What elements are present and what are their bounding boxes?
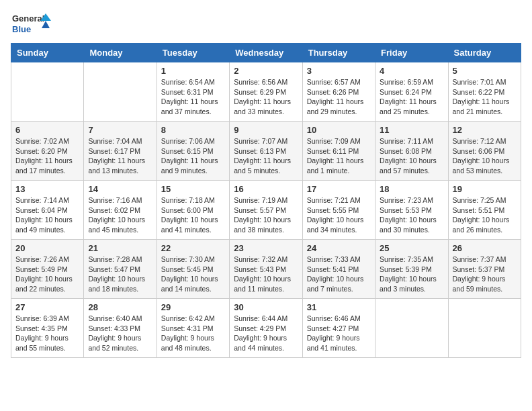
day-number: 30 — [234, 302, 298, 312]
header: General Blue — [11, 11, 521, 38]
day-info: Sunrise: 7:33 AM Sunset: 5:41 PM Dayligh… — [307, 255, 371, 294]
weekday-header-row: SundayMondayTuesdayWednesdayThursdayFrid… — [11, 44, 521, 62]
day-number: 24 — [307, 243, 371, 253]
day-info: Sunrise: 7:14 AM Sunset: 6:04 PM Dayligh… — [15, 195, 79, 235]
day-info: Sunrise: 7:04 AM Sunset: 6:17 PM Dayligh… — [88, 136, 152, 176]
calendar-cell — [375, 299, 448, 358]
day-number: 31 — [307, 302, 371, 312]
calendar-cell: 24Sunrise: 7:33 AM Sunset: 5:41 PM Dayli… — [302, 240, 375, 299]
calendar-cell: 9Sunrise: 7:07 AM Sunset: 6:13 PM Daylig… — [230, 122, 302, 181]
calendar-cell: 19Sunrise: 7:25 AM Sunset: 5:51 PM Dayli… — [448, 181, 521, 240]
day-info: Sunrise: 7:19 AM Sunset: 5:57 PM Dayligh… — [234, 195, 298, 235]
calendar-cell: 3Sunrise: 6:57 AM Sunset: 6:26 PM Daylig… — [302, 62, 375, 122]
calendar-cell: 12Sunrise: 7:12 AM Sunset: 6:06 PM Dayli… — [448, 122, 521, 181]
weekday-header-monday: Monday — [84, 44, 157, 62]
day-info: Sunrise: 6:59 AM Sunset: 6:24 PM Dayligh… — [380, 77, 443, 117]
calendar-cell: 6Sunrise: 7:02 AM Sunset: 6:20 PM Daylig… — [11, 122, 84, 181]
week-row-3: 13Sunrise: 7:14 AM Sunset: 6:04 PM Dayli… — [11, 181, 521, 240]
day-info: Sunrise: 6:39 AM Sunset: 4:35 PM Dayligh… — [15, 314, 79, 353]
calendar-cell: 14Sunrise: 7:16 AM Sunset: 6:02 PM Dayli… — [84, 181, 157, 240]
day-info: Sunrise: 7:35 AM Sunset: 5:39 PM Dayligh… — [380, 255, 443, 294]
calendar-cell: 27Sunrise: 6:39 AM Sunset: 4:35 PM Dayli… — [11, 299, 84, 358]
calendar-cell: 10Sunrise: 7:09 AM Sunset: 6:11 PM Dayli… — [302, 122, 375, 181]
weekday-header-friday: Friday — [375, 44, 448, 62]
day-info: Sunrise: 7:28 AM Sunset: 5:47 PM Dayligh… — [88, 255, 152, 294]
day-number: 13 — [15, 184, 79, 194]
day-number: 15 — [161, 184, 225, 194]
day-number: 20 — [15, 243, 79, 253]
calendar-table: SundayMondayTuesdayWednesdayThursdayFrid… — [11, 43, 521, 358]
weekday-header-thursday: Thursday — [302, 44, 375, 62]
day-info: Sunrise: 7:26 AM Sunset: 5:49 PM Dayligh… — [15, 255, 79, 294]
calendar-cell: 4Sunrise: 6:59 AM Sunset: 6:24 PM Daylig… — [375, 62, 448, 122]
calendar-cell: 16Sunrise: 7:19 AM Sunset: 5:57 PM Dayli… — [230, 181, 302, 240]
day-info: Sunrise: 7:18 AM Sunset: 6:00 PM Dayligh… — [161, 195, 225, 235]
day-info: Sunrise: 7:07 AM Sunset: 6:13 PM Dayligh… — [234, 136, 298, 176]
calendar-cell: 21Sunrise: 7:28 AM Sunset: 5:47 PM Dayli… — [84, 240, 157, 299]
calendar-cell: 15Sunrise: 7:18 AM Sunset: 6:00 PM Dayli… — [157, 181, 229, 240]
day-info: Sunrise: 7:02 AM Sunset: 6:20 PM Dayligh… — [15, 136, 79, 176]
calendar-cell: 22Sunrise: 7:30 AM Sunset: 5:45 PM Dayli… — [157, 240, 229, 299]
weekday-header-saturday: Saturday — [448, 44, 521, 62]
day-info: Sunrise: 6:46 AM Sunset: 4:27 PM Dayligh… — [307, 314, 371, 353]
calendar-cell: 31Sunrise: 6:46 AM Sunset: 4:27 PM Dayli… — [302, 299, 375, 358]
day-info: Sunrise: 7:12 AM Sunset: 6:06 PM Dayligh… — [453, 136, 517, 176]
day-info: Sunrise: 7:21 AM Sunset: 5:55 PM Dayligh… — [307, 195, 371, 235]
day-number: 2 — [234, 66, 298, 76]
week-row-1: 1Sunrise: 6:54 AM Sunset: 6:31 PM Daylig… — [11, 62, 521, 122]
day-info: Sunrise: 6:40 AM Sunset: 4:33 PM Dayligh… — [88, 314, 152, 353]
calendar-cell: 30Sunrise: 6:44 AM Sunset: 4:29 PM Dayli… — [230, 299, 302, 358]
day-info: Sunrise: 7:16 AM Sunset: 6:02 PM Dayligh… — [88, 195, 152, 235]
calendar-cell: 13Sunrise: 7:14 AM Sunset: 6:04 PM Dayli… — [11, 181, 84, 240]
day-number: 10 — [307, 125, 371, 135]
day-info: Sunrise: 7:23 AM Sunset: 5:53 PM Dayligh… — [380, 195, 443, 235]
day-number: 29 — [161, 302, 225, 312]
calendar-cell: 17Sunrise: 7:21 AM Sunset: 5:55 PM Dayli… — [302, 181, 375, 240]
calendar-cell: 7Sunrise: 7:04 AM Sunset: 6:17 PM Daylig… — [84, 122, 157, 181]
calendar-cell: 26Sunrise: 7:37 AM Sunset: 5:37 PM Dayli… — [448, 240, 521, 299]
calendar-cell: 28Sunrise: 6:40 AM Sunset: 4:33 PM Dayli… — [84, 299, 157, 358]
day-info: Sunrise: 6:54 AM Sunset: 6:31 PM Dayligh… — [161, 77, 225, 117]
calendar-cell: 1Sunrise: 6:54 AM Sunset: 6:31 PM Daylig… — [157, 62, 229, 122]
calendar-cell: 23Sunrise: 7:32 AM Sunset: 5:43 PM Dayli… — [230, 240, 302, 299]
day-number: 7 — [88, 125, 152, 135]
day-number: 25 — [380, 243, 443, 253]
day-number: 9 — [234, 125, 298, 135]
day-number: 21 — [88, 243, 152, 253]
day-info: Sunrise: 7:11 AM Sunset: 6:08 PM Dayligh… — [380, 136, 443, 176]
day-info: Sunrise: 6:56 AM Sunset: 6:29 PM Dayligh… — [234, 77, 298, 117]
day-number: 11 — [380, 125, 443, 135]
day-info: Sunrise: 7:30 AM Sunset: 5:45 PM Dayligh… — [161, 255, 225, 294]
calendar-cell: 20Sunrise: 7:26 AM Sunset: 5:49 PM Dayli… — [11, 240, 84, 299]
day-number: 6 — [15, 125, 79, 135]
calendar-cell: 11Sunrise: 7:11 AM Sunset: 6:08 PM Dayli… — [375, 122, 448, 181]
day-info: Sunrise: 6:57 AM Sunset: 6:26 PM Dayligh… — [307, 77, 371, 117]
calendar-cell: 5Sunrise: 7:01 AM Sunset: 6:22 PM Daylig… — [448, 62, 521, 122]
day-info: Sunrise: 6:44 AM Sunset: 4:29 PM Dayligh… — [234, 314, 298, 353]
day-info: Sunrise: 7:01 AM Sunset: 6:22 PM Dayligh… — [453, 77, 517, 117]
svg-text:General: General — [12, 13, 44, 24]
day-number: 19 — [453, 184, 517, 194]
weekday-header-wednesday: Wednesday — [230, 44, 302, 62]
weekday-header-sunday: Sunday — [11, 44, 84, 62]
day-number: 16 — [234, 184, 298, 194]
day-info: Sunrise: 7:09 AM Sunset: 6:11 PM Dayligh… — [307, 136, 371, 176]
week-row-5: 27Sunrise: 6:39 AM Sunset: 4:35 PM Dayli… — [11, 299, 521, 358]
day-number: 3 — [307, 66, 371, 76]
day-number: 23 — [234, 243, 298, 253]
calendar-cell: 29Sunrise: 6:42 AM Sunset: 4:31 PM Dayli… — [157, 299, 229, 358]
day-number: 4 — [380, 66, 443, 76]
svg-text:Blue: Blue — [12, 24, 31, 34]
day-number: 8 — [161, 125, 225, 135]
day-number: 28 — [88, 302, 152, 312]
logo-svg: General Blue — [11, 11, 51, 38]
week-row-2: 6Sunrise: 7:02 AM Sunset: 6:20 PM Daylig… — [11, 122, 521, 181]
calendar-cell — [84, 62, 157, 122]
day-info: Sunrise: 7:25 AM Sunset: 5:51 PM Dayligh… — [453, 195, 517, 235]
calendar-cell: 18Sunrise: 7:23 AM Sunset: 5:53 PM Dayli… — [375, 181, 448, 240]
calendar-cell — [11, 62, 84, 122]
day-number: 18 — [380, 184, 443, 194]
calendar-cell: 2Sunrise: 6:56 AM Sunset: 6:29 PM Daylig… — [230, 62, 302, 122]
day-number: 5 — [453, 66, 517, 76]
day-info: Sunrise: 6:42 AM Sunset: 4:31 PM Dayligh… — [161, 314, 225, 353]
